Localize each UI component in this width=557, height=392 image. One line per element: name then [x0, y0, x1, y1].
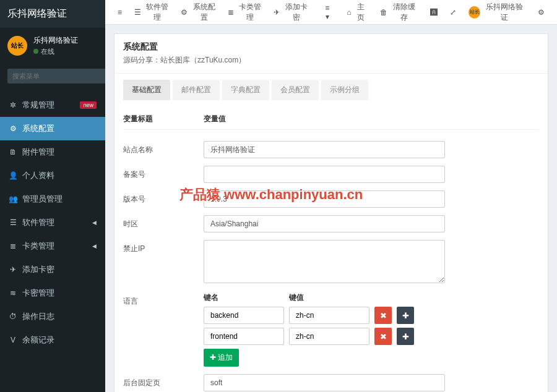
topbar-dropdown[interactable]: ≡ ▾: [317, 0, 337, 25]
sidebar-item-常规管理[interactable]: ✲常规管理new: [0, 93, 105, 117]
chevron-left-icon: ◀: [92, 243, 97, 249]
kv-val-input[interactable]: [289, 307, 369, 324]
panel-title: 系统配置: [123, 41, 539, 53]
kv-val-input[interactable]: [289, 328, 369, 345]
tab-基础配置[interactable]: 基础配置: [123, 80, 170, 100]
sidebar-item-管理员管理[interactable]: 👥管理员管理: [0, 187, 105, 211]
input-timezone[interactable]: [204, 215, 445, 232]
nav-icon: 🗎: [9, 148, 17, 156]
nav-icon: ☰: [9, 218, 17, 227]
user-name: 乐抖网络验证: [33, 35, 78, 46]
input-fixedpage[interactable]: [204, 374, 445, 391]
sidebar-item-操作日志[interactable]: ⏱操作日志: [0, 305, 105, 328]
nav-icon: ⚙: [9, 124, 17, 133]
status-dot-icon: [33, 49, 38, 54]
label-timezone: 时区: [123, 215, 204, 229]
input-version[interactable]: [204, 190, 445, 208]
sidebar-item-卡密管理[interactable]: ≋卡密管理: [0, 281, 105, 305]
home-button[interactable]: ⌂主页: [342, 0, 373, 27]
trash-icon: 🗑: [380, 8, 387, 17]
clear-cache-button[interactable]: 🗑清除缓存: [375, 0, 423, 27]
nav-icon: 👤: [9, 171, 17, 180]
tab-邮件配置[interactable]: 邮件配置: [173, 80, 220, 100]
label-version: 版本号: [123, 190, 204, 205]
sidebar: 乐抖网络验证 站长 乐抖网络验证 在线 🔍 ✲常规管理new⚙系统配置🗎附件管理…: [0, 0, 105, 392]
user-panel: 站长 乐抖网络验证 在线: [0, 28, 105, 64]
kv-key-input[interactable]: [204, 328, 284, 345]
avatar-icon: 站长: [468, 6, 480, 19]
kv-row: ✖✚: [204, 328, 539, 345]
sidebar-item-软件管理[interactable]: ☰软件管理◀: [0, 211, 105, 234]
main: ≡ ☰软件管理⚙系统配置≣卡类管理✈添加卡密 ≡ ▾ ⌂主页 🗑清除缓存 🅰 ⤢…: [105, 0, 557, 392]
sidebar-search: 🔍: [7, 69, 98, 83]
col-header-label: 变量标题: [123, 114, 204, 124]
topbar-user[interactable]: 站长乐抖网络验证: [464, 0, 530, 27]
fullscreen-button[interactable]: ⤢: [445, 4, 461, 20]
kv-row: ✖✚: [204, 307, 539, 324]
brand-title: 乐抖网络验证: [0, 0, 105, 28]
avatar[interactable]: 站长: [7, 36, 27, 56]
nav-badge: new: [80, 101, 97, 109]
menu-toggle-button[interactable]: ≡: [113, 4, 127, 20]
nav-icon: ≋: [9, 289, 17, 297]
lang-button[interactable]: 🅰: [425, 4, 443, 20]
label-beian: 备案号: [123, 166, 204, 180]
topbar-item-卡类管理[interactable]: ≣卡类管理: [223, 0, 269, 27]
add-kv-inline-button[interactable]: ✚: [397, 328, 414, 345]
sidebar-item-个人资料[interactable]: 👤个人资料: [0, 164, 105, 187]
remove-kv-button[interactable]: ✖: [374, 328, 392, 345]
kv-header-val: 键值: [289, 292, 369, 303]
textarea-banip[interactable]: [204, 240, 445, 283]
search-input[interactable]: [7, 69, 103, 83]
sidebar-nav: ✲常规管理new⚙系统配置🗎附件管理👤个人资料👥管理员管理☰软件管理◀≣卡类管理…: [0, 93, 105, 352]
sidebar-item-系统配置[interactable]: ⚙系统配置: [0, 117, 105, 140]
settings-button[interactable]: ⚙: [533, 4, 550, 20]
tab-示例分组[interactable]: 示例分组: [321, 80, 368, 100]
nav-icon: ≣: [9, 242, 17, 250]
topbar: ≡ ☰软件管理⚙系统配置≣卡类管理✈添加卡密 ≡ ▾ ⌂主页 🗑清除缓存 🅰 ⤢…: [105, 0, 557, 25]
user-status: 在线: [33, 47, 78, 56]
home-icon: ⌂: [347, 8, 352, 17]
tab-会员配置[interactable]: 会员配置: [272, 80, 319, 100]
nav-icon: V: [9, 336, 17, 344]
kv-header-key: 键名: [204, 292, 284, 303]
input-sitename[interactable]: [204, 141, 445, 158]
kv-key-input[interactable]: [204, 307, 284, 324]
label-sitename: 站点名称: [123, 141, 204, 155]
config-tabs: 基础配置邮件配置字典配置会员配置示例分组: [114, 74, 548, 100]
col-header-value: 变量值: [204, 114, 539, 124]
topbar-item-添加卡密[interactable]: ✈添加卡密: [269, 0, 315, 27]
nav-icon: ⏱: [9, 312, 17, 321]
content: 系统配置 源码分享：站长图库（zzTuKu.com） 基础配置邮件配置字典配置会…: [105, 25, 557, 392]
label-fixedpage: 后台固定页: [123, 374, 204, 388]
nav-icon: 👥: [9, 195, 17, 203]
topbar-item-软件管理[interactable]: ☰软件管理: [129, 0, 176, 27]
add-kv-inline-button[interactable]: ✚: [397, 307, 414, 324]
remove-kv-button[interactable]: ✖: [374, 307, 392, 324]
sidebar-item-添加卡密[interactable]: ✈添加卡密: [0, 258, 105, 281]
sidebar-item-附件管理[interactable]: 🗎附件管理: [0, 140, 105, 164]
tab-字典配置[interactable]: 字典配置: [222, 80, 269, 100]
nav-icon: ✲: [9, 101, 17, 109]
label-banip: 禁止IP: [123, 240, 204, 254]
add-kv-button[interactable]: ✚ 追加: [204, 349, 239, 367]
panel-subtitle: 源码分享：站长图库（zzTuKu.com）: [123, 55, 539, 66]
chevron-left-icon: ◀: [92, 219, 97, 226]
nav-icon: ✈: [9, 265, 17, 274]
config-panel: 系统配置 源码分享：站长图库（zzTuKu.com） 基础配置邮件配置字典配置会…: [114, 33, 548, 392]
sidebar-item-余额记录[interactable]: V余额记录: [0, 328, 105, 352]
label-lang: 语言: [123, 292, 204, 307]
sidebar-item-卡类管理[interactable]: ≣卡类管理◀: [0, 234, 105, 258]
input-beian[interactable]: [204, 166, 445, 183]
topbar-item-系统配置[interactable]: ⚙系统配置: [176, 0, 222, 27]
